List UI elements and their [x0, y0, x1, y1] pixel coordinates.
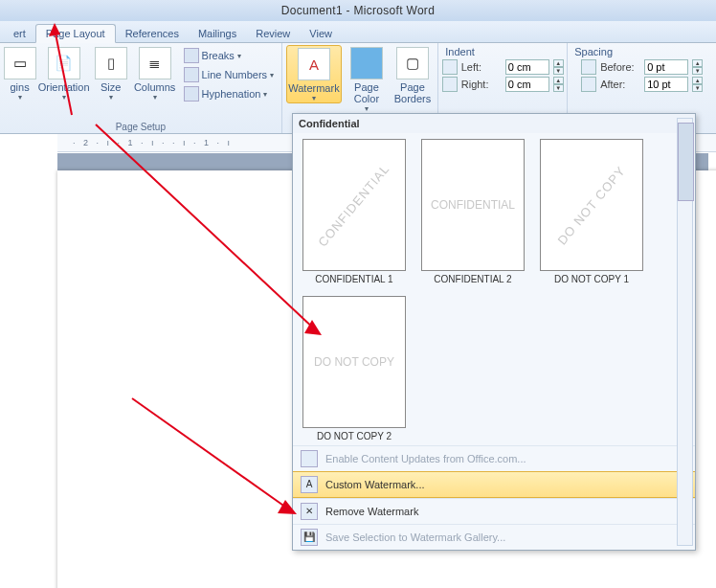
- dropdown-icon: ▾: [312, 94, 316, 102]
- tab-insert-clip[interactable]: ert: [4, 25, 35, 42]
- dropdown-icon: ▾: [237, 52, 241, 60]
- spacing-before-icon: [581, 59, 596, 75]
- gallery-scrollbar[interactable]: [677, 118, 693, 546]
- watermark-text: DO NOT COPY: [314, 355, 394, 369]
- dropdown-icon: ▾: [263, 90, 267, 99]
- watermark-caption: CONFIDENTIAL 2: [434, 274, 511, 284]
- spin-down-icon[interactable]: ▼: [553, 67, 564, 75]
- spacing-before-row: Before: ▲▼: [581, 58, 703, 76]
- gallery-heading: Confidential: [293, 114, 695, 133]
- hyphenation-button[interactable]: Hyphenation ▾: [182, 85, 276, 102]
- indent-left-spinner[interactable]: ▲▼: [553, 59, 564, 75]
- tab-review[interactable]: Review: [246, 25, 300, 42]
- orientation-button[interactable]: 📄 Orientation▾: [40, 45, 88, 102]
- indent-left-icon: [442, 59, 458, 75]
- watermark-caption: CONFIDENTIAL 1: [315, 274, 392, 284]
- watermark-preview: CONFIDENTIAL: [421, 139, 525, 271]
- menu-custom-watermark[interactable]: ACustom Watermark...: [293, 471, 695, 498]
- watermark-caption: DO NOT COPY 1: [554, 274, 629, 284]
- size-icon: ▯: [95, 47, 127, 79]
- page-color-icon: [350, 47, 383, 79]
- tab-mailings[interactable]: Mailings: [189, 25, 246, 42]
- watermark-preview: CONFIDENTIAL: [302, 139, 406, 271]
- spacing-after-icon: [581, 77, 596, 92]
- line-numbers-button[interactable]: Line Numbers ▾: [182, 66, 276, 83]
- dropdown-icon: ▾: [62, 93, 66, 102]
- indent-right-icon: [442, 77, 458, 92]
- watermark-thumb-2[interactable]: DO NOT COPYDO NOT COPY 1: [538, 139, 645, 284]
- spin-up-icon[interactable]: ▲: [553, 59, 564, 67]
- columns-icon: ≣: [139, 47, 171, 79]
- indent-right-input[interactable]: [505, 77, 549, 92]
- dropdown-icon: ▾: [109, 93, 113, 102]
- group-label-page-setup: Page Setup: [116, 121, 166, 133]
- spacing-before-spinner[interactable]: ▲▼: [692, 59, 703, 75]
- window-title: Document1 - Microsoft Word: [0, 0, 716, 21]
- watermark-thumb-1[interactable]: CONFIDENTIALCONFIDENTIAL 2: [419, 139, 526, 284]
- office-icon: [301, 450, 318, 467]
- scrollbar-thumb[interactable]: [678, 123, 694, 201]
- spin-up-icon[interactable]: ▲: [553, 77, 564, 84]
- menu-enable-updates[interactable]: Enable Content Updates from Office.com..…: [293, 445, 695, 471]
- spacing-after-input[interactable]: [644, 77, 688, 92]
- indent-left-row: Left: ▲▼: [442, 58, 564, 76]
- spin-down-icon[interactable]: ▼: [692, 67, 703, 75]
- page-color-button[interactable]: Page Color▾: [347, 45, 386, 113]
- watermark-thumb-3[interactable]: DO NOT COPYDO NOT COPY 2: [301, 296, 408, 441]
- menu-remove-watermark[interactable]: ✕Remove Watermark: [293, 498, 695, 524]
- watermark-text: CONFIDENTIAL: [431, 198, 515, 212]
- page-borders-button[interactable]: ▢ Page Borders: [392, 45, 434, 104]
- tab-view[interactable]: View: [300, 25, 342, 42]
- margins-button[interactable]: ▭ gins▾: [6, 45, 34, 102]
- watermark-text: DO NOT COPY: [555, 163, 629, 247]
- remove-watermark-icon: ✕: [301, 503, 318, 520]
- watermark-gallery: Confidential CONFIDENTIALCONFIDENTIAL 1C…: [292, 113, 696, 551]
- watermark-text: CONFIDENTIAL: [316, 161, 392, 249]
- spacing-heading: Spacing: [571, 45, 615, 58]
- dropdown-icon: ▾: [153, 93, 157, 102]
- indent-right-row: Right: ▲▼: [442, 76, 564, 93]
- watermark-icon: A: [298, 48, 330, 80]
- line-numbers-icon: [184, 67, 199, 82]
- spacing-before-input[interactable]: [644, 59, 688, 75]
- watermark-caption: DO NOT COPY 2: [317, 431, 392, 441]
- watermark-button[interactable]: A Watermark▾: [286, 45, 342, 103]
- columns-button[interactable]: ≣ Columns▾: [134, 45, 176, 102]
- breaks-icon: [184, 48, 199, 63]
- spin-up-icon[interactable]: ▲: [692, 77, 703, 84]
- breaks-button[interactable]: Breaks ▾: [182, 47, 276, 64]
- orientation-icon: 📄: [48, 47, 80, 79]
- spacing-after-spinner[interactable]: ▲▼: [692, 77, 703, 92]
- custom-watermark-icon: A: [301, 476, 318, 493]
- watermark-preview: DO NOT COPY: [540, 139, 643, 271]
- dropdown-icon: ▾: [270, 71, 274, 79]
- menu-save-selection[interactable]: 💾Save Selection to Watermark Gallery...: [293, 524, 695, 550]
- save-icon: 💾: [301, 529, 318, 546]
- ribbon-tabs: ert Page Layout References Mailings Revi…: [0, 21, 716, 43]
- watermark-thumb-0[interactable]: CONFIDENTIALCONFIDENTIAL 1: [301, 139, 408, 284]
- spin-down-icon[interactable]: ▼: [553, 84, 564, 92]
- indent-left-input[interactable]: [505, 59, 549, 75]
- indent-right-spinner[interactable]: ▲▼: [553, 77, 564, 92]
- margins-icon: ▭: [4, 47, 36, 79]
- spin-up-icon[interactable]: ▲: [692, 59, 703, 67]
- spacing-after-row: After: ▲▼: [581, 76, 703, 93]
- indent-heading: Indent: [442, 45, 478, 58]
- watermark-preview: DO NOT COPY: [302, 296, 406, 428]
- tab-references[interactable]: References: [116, 25, 189, 42]
- dropdown-icon: ▾: [365, 104, 369, 113]
- hyphenation-icon: [184, 86, 199, 102]
- tab-page-layout[interactable]: Page Layout: [35, 24, 116, 43]
- size-button[interactable]: ▯ Size▾: [94, 45, 128, 102]
- dropdown-icon: ▾: [18, 93, 22, 102]
- spin-down-icon[interactable]: ▼: [692, 84, 703, 92]
- page-borders-icon: ▢: [396, 47, 429, 79]
